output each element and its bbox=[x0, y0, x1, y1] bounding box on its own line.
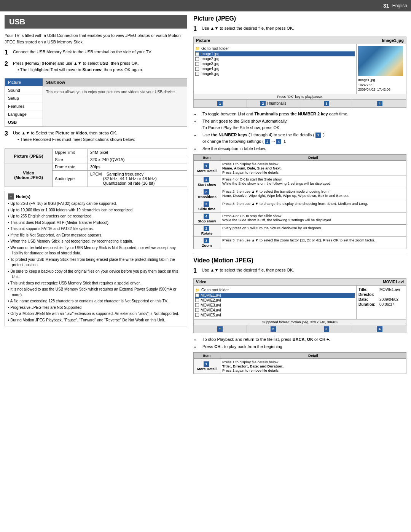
video-panel-body: 📁 Go to root folder MOVIE1.avi MOVIE2.av… bbox=[194, 286, 406, 319]
usb-title: USB bbox=[5, 15, 187, 29]
file-checkbox-2[interactable] bbox=[195, 57, 199, 61]
video-file-item-4[interactable]: MOVIE4.avi bbox=[195, 308, 355, 313]
spec-val-audiotype: LPCM Sampling frequency (32 kHz, 44.1 kH… bbox=[88, 171, 187, 187]
footer-btn-4[interactable]: 4 bbox=[353, 100, 406, 107]
menu-item-sound: Sound bbox=[5, 86, 43, 94]
file-checkbox-1[interactable] bbox=[195, 52, 199, 56]
picture-file-list: 📁 Go to root folder Image1.jpg Image2.jp… bbox=[194, 44, 357, 94]
right-column: Picture (JPEG) 1 Use ▲▼ to select the de… bbox=[193, 15, 406, 376]
picture-file-item-5[interactable]: Image5.jpg bbox=[195, 71, 355, 76]
video-file-checkbox-4[interactable] bbox=[195, 308, 199, 312]
picture-panel-body: 📁 Go to root folder Image1.jpg Image2.jp… bbox=[194, 44, 406, 94]
num-badge-transitions: 2 bbox=[204, 189, 209, 195]
video-jpeg-title: Video (Motion JPEG) bbox=[193, 257, 406, 264]
detail-row-stop-show: 4Stop show Press 4 or OK to stop the Sli… bbox=[194, 212, 406, 224]
video-footer-num-4: 4 bbox=[377, 326, 382, 332]
note-13: A file name exceeding 128 characters or … bbox=[8, 299, 184, 304]
video-file-checkbox-3[interactable] bbox=[195, 303, 199, 307]
video-footer-btn-1[interactable]: 1 bbox=[194, 325, 247, 333]
step-3-text: Use ▲▼ to Select the Picture or Video, t… bbox=[13, 131, 117, 135]
spec-attr-framerate: Frame rate bbox=[53, 163, 88, 171]
picture-filename-3: Image3.jpg bbox=[201, 62, 219, 66]
video-step-1-text: Use ▲▼ to select the desired file, then … bbox=[202, 267, 294, 275]
intro-text: Your TV is fitted with a USB Connection … bbox=[5, 32, 187, 45]
video-info-date-val: 2009/04/02 bbox=[379, 297, 398, 302]
picture-file-item-2[interactable]: Image2.jpg bbox=[195, 56, 355, 61]
video-footer-btn-4[interactable]: 4 bbox=[353, 325, 406, 333]
footer-num-1: 1 bbox=[217, 101, 223, 106]
video-file-item-5[interactable]: MOVIE5.avi bbox=[195, 313, 355, 318]
language-label: English bbox=[392, 3, 407, 8]
detail-row-zoom: 3Zoom Press 3, then use ▲▼ to select the… bbox=[194, 236, 406, 249]
picture-panel-header: Picture Image1.jpg bbox=[194, 37, 406, 44]
detail-val-zoom: Press 3, then use ▲▼ to select the zoom … bbox=[220, 236, 406, 249]
file-checkbox-4[interactable] bbox=[195, 67, 199, 71]
detail-val-stop-show: Press 4 or OK to stop the Slide show.Whi… bbox=[220, 212, 406, 224]
video-file-checkbox-2[interactable] bbox=[195, 298, 199, 302]
num-badge-1: 1 bbox=[315, 133, 321, 138]
picture-bullets: To toggle between List and Thumbnails pr… bbox=[193, 111, 406, 152]
video-file-item-2[interactable]: MOVIE2.avi bbox=[195, 298, 355, 303]
spec-cat-jpeg: Picture (JPEG) bbox=[5, 149, 53, 163]
video-info-title-label: Title: bbox=[358, 288, 379, 292]
video-file-item-3[interactable]: MOVIE3.avi bbox=[195, 303, 355, 308]
video-go-to-root: 📁 Go to root folder bbox=[195, 287, 355, 293]
footer-btn-1[interactable]: 1 bbox=[194, 100, 247, 107]
video-footer-btn-2[interactable]: 2 bbox=[247, 325, 300, 333]
video-detail-item-more-detail: 1More Detail bbox=[194, 358, 220, 374]
step-2-content: Press [Home2] (Home) and use ▲▼ to selec… bbox=[13, 60, 187, 75]
preview-info: Image1.jpg 1024:768 2009/04/02 17:42:06 bbox=[358, 78, 405, 92]
note-3: Up to 255 English characters can be reco… bbox=[8, 214, 184, 219]
start-now-label: Start now bbox=[43, 78, 187, 86]
menu-item-features: Features bbox=[5, 102, 43, 110]
video-filename-3: MOVIE3.avi bbox=[201, 303, 221, 307]
folder-icon: 📁 bbox=[195, 46, 200, 51]
video-panel-header-left: Video bbox=[196, 280, 383, 284]
video-footer-num-2: 2 bbox=[271, 326, 276, 332]
picture-step-1-text: Use ▲▼ to select the desired file, then … bbox=[202, 25, 294, 34]
picture-bullet-1: To toggle between List and Thumbnails pr… bbox=[199, 111, 406, 117]
footer-num-3: 3 bbox=[324, 101, 329, 106]
spec-attr-size: Size bbox=[53, 156, 88, 163]
video-file-checkbox-5[interactable] bbox=[195, 313, 199, 317]
section-divider bbox=[193, 253, 406, 253]
video-info-duration-val: 00:06:37 bbox=[379, 302, 394, 307]
step-2-number: 2 bbox=[5, 59, 10, 75]
video-info-date-row: Date: 2009/04/02 bbox=[358, 297, 404, 302]
detail-row-start-show: 4Start show Press 4 or OK to start the S… bbox=[194, 176, 406, 188]
detail-item-start-show: 4Start show bbox=[194, 176, 220, 188]
step-1-text: Connect the USB Memory Stick to the USB … bbox=[13, 50, 152, 54]
picture-file-item-1[interactable]: Image1.jpg bbox=[195, 51, 355, 56]
notes-title: Note(s) bbox=[16, 194, 30, 199]
footer-btn-2[interactable]: 2 Thumbnails bbox=[247, 100, 300, 107]
detail-val-transitions: Press 2, then use ▲▼ to select the trans… bbox=[220, 188, 406, 200]
num-badge-zoom: 3 bbox=[204, 238, 209, 243]
video-file-checkbox-1[interactable] bbox=[195, 293, 199, 297]
detail-val-rotate: Every press on 2 will turn the picture c… bbox=[220, 224, 406, 236]
detail-item-transitions: 2Transitions bbox=[194, 188, 220, 200]
go-to-root: 📁 Go to root folder bbox=[195, 46, 355, 51]
picture-panel-footer: 1 2 Thumbnails 3 4 bbox=[194, 99, 406, 107]
video-file-item-1[interactable]: MOVIE1.avi bbox=[195, 293, 355, 298]
picture-filename-2: Image2.jpg bbox=[201, 57, 219, 61]
num-badge-more-detail: 1 bbox=[204, 163, 209, 169]
note-1: Up to 2GB (FAT16) or 8GB (FAT32) capacit… bbox=[8, 201, 184, 207]
video-info-panel: Title: MOVIE1.avi Director: Date: 2009/0… bbox=[357, 286, 406, 319]
picture-filename-4: Image4.jpg bbox=[201, 67, 219, 71]
video-bullets: To stop Playback and return to the file … bbox=[193, 336, 406, 350]
footer-btn-2-label: Thumbnails bbox=[267, 101, 287, 105]
note-5: This unit supports FAT16 and FAT32 file … bbox=[8, 226, 184, 232]
note-16: During Motion JPEG Playback, "Pause", "F… bbox=[8, 318, 184, 323]
video-footer-btn-3[interactable]: 3 bbox=[300, 325, 354, 333]
footer-btn-3[interactable]: 3 bbox=[300, 100, 354, 107]
num-badge-rotate: 2 bbox=[204, 226, 209, 231]
file-checkbox-5[interactable] bbox=[195, 72, 199, 76]
note-8: We cannot be held responsible if your US… bbox=[8, 245, 184, 256]
picture-step-1-num: 1 bbox=[193, 24, 199, 34]
step-1-content: Connect the USB Memory Stick to the USB … bbox=[13, 49, 187, 57]
picture-file-item-4[interactable]: Image4.jpg bbox=[195, 66, 355, 71]
menu-item-language: Language bbox=[5, 110, 43, 118]
picture-file-item-3[interactable]: Image3.jpg bbox=[195, 61, 355, 66]
note-12: It is not allowed to use the USB Memory … bbox=[8, 287, 184, 298]
file-checkbox-3[interactable] bbox=[195, 62, 199, 66]
